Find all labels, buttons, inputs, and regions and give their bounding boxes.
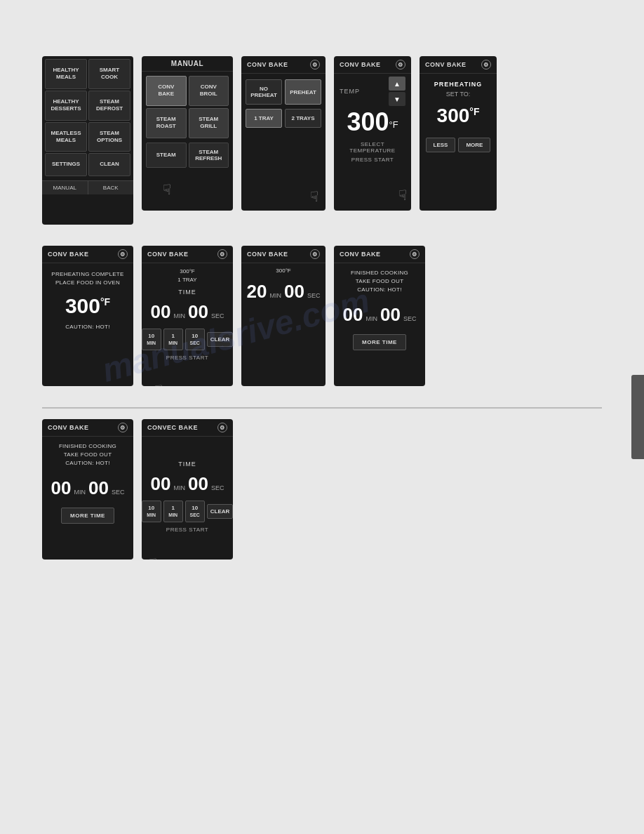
btn-convec-1-min[interactable]: 1MIN [163,501,183,522]
preheat-content: PREHEATING SET TO: 300°F LESS MORE [420,74,497,159]
btn-conv-bake[interactable]: CONVBAKE [146,76,187,106]
btn-convec-10-min[interactable]: 10MIN [142,501,161,522]
finished-2-sec-label: SEC [112,489,125,496]
btn-steam-grill[interactable]: STEAMGRILL [189,108,229,138]
settings-icon-3[interactable]: ⚙ [481,60,491,70]
btn-less[interactable]: LESS [426,138,456,152]
tray-options: NOPREHEAT PREHEAT 1 TRAY 2 TRAYS [241,74,326,133]
convec-spacer [142,437,233,458]
cooking-sec-label: SEC [307,292,321,299]
preheat-complete-status: PREHEATING COMPLETEPLACE FOOD IN OVEN [48,270,128,287]
press-start-1: PRESS START [142,353,233,365]
timer-header-title: CONV BAKE [147,251,189,258]
hand-icon-6: ☟ [55,558,63,560]
btn-meatless-meals[interactable]: MEATLESSMEALS [45,122,87,152]
btn-smart-cook[interactable]: SMARTCOOK [88,59,130,89]
hand-icon-5: ☟ [154,382,163,386]
settings-icon-2[interactable]: ⚙ [396,60,405,70]
preheat-complete-content: PREHEATING COMPLETEPLACE FOOD IN OVEN 30… [42,263,133,337]
btn-steam-options[interactable]: STEAMOPTIONS [88,122,130,152]
settings-icon-8[interactable]: ⚙ [118,423,128,432]
temp-status-1: SELECT [337,141,408,147]
hand-icon-1: ☟ [55,223,63,225]
conv-bake-tray-header: CONV BAKE ⚙ [241,56,326,74]
preheat-set-to: SET TO: [425,91,491,98]
finished-1-title: CONV BAKE [340,251,381,258]
btn-no-preheat[interactable]: NOPREHEAT [246,79,282,105]
manual-grid: CONVBAKE CONVBROIL STEAMROAST STEAMGRILL [142,72,233,143]
settings-icon-7[interactable]: ⚙ [410,249,420,259]
btn-healthy-desserts[interactable]: HEALTHYDESSERTS [45,91,87,121]
finished-2-status: FINISHED COOKINGTAKE FOOD OUTCAUTION: HO… [45,442,130,468]
temp-unit: °F [389,119,398,130]
temp-value-display: 300°F [334,106,411,138]
manual-title: MANUAL [171,60,203,67]
btn-back[interactable]: BACK [88,181,134,194]
preheat-complete-header: CONV BAKE ⚙ [42,246,133,263]
btn-temp-up[interactable]: ▲ [389,77,405,91]
cooking-timer: 20MIN 00SEC [241,275,326,308]
cooking-info: 300°F [241,263,326,275]
btn-healthy-meals[interactable]: HEALTHYMEALS [45,59,87,89]
settings-icon-6[interactable]: ⚙ [310,249,320,259]
btn-preheat[interactable]: PREHEAT [285,79,321,105]
btn-10-min[interactable]: 10MIN [142,329,161,350]
convec-timer-display: 00MIN 00SEC [142,470,233,498]
finished-1-header: CONV BAKE ⚙ [334,246,425,263]
btn-steam[interactable]: STEAM [146,143,187,168]
panel-temp-select: CONV BAKE ⚙ TEMP ▲ ▼ 300°F SELECT TEMPER… [334,56,411,211]
finished-2-content: FINISHED COOKINGTAKE FOOD OUTCAUTION: HO… [42,437,133,532]
btn-2-trays[interactable]: 2 TRAYS [285,109,321,128]
timer-sec-label: SEC [211,312,224,319]
panel-cooking: CONV BAKE ⚙ 300°F 20MIN 00SEC [241,246,326,386]
temp-status-3: PRESS START [337,157,408,163]
btn-convec-10-sec[interactable]: 10SEC [185,501,205,522]
right-sidebar-tab [631,375,644,459]
btn-clear-1[interactable]: CLEAR [207,332,233,347]
press-start-2: PRESS START [142,525,233,537]
panel-manual: MANUAL CONVBAKE CONVBROIL STEAMROAST STE… [142,56,233,211]
temp-status-2: TEMPERATURE [337,147,408,154]
btn-1-tray[interactable]: 1 TRAY [246,109,282,128]
conv-bake-temp-title: CONV BAKE [340,61,381,68]
btn-steam-defrost[interactable]: STEAMDEFROST [88,91,130,121]
convec-bake-header: CONVEC BAKE ⚙ [142,419,233,437]
cooking-title: CONV BAKE [247,251,288,258]
hand-icon-7: ☟ [149,555,157,560]
panel-finished-1: CONV BAKE ⚙ FINISHED COOKINGTAKE FOOD OU… [334,246,425,386]
settings-icon-1[interactable]: ⚙ [310,60,320,70]
row-2: CONV BAKE ⚙ PREHEATING COMPLETEPLACE FOO… [42,246,602,386]
btn-more-time-2[interactable]: MORE TIME [61,508,114,524]
btn-manual[interactable]: MANUAL [42,181,88,194]
finished-1-status: FINISHED COOKINGTAKE FOOD OUTCAUTION: HO… [337,269,422,294]
btn-1-min[interactable]: 1MIN [163,329,183,350]
convec-min-label: MIN [173,484,185,491]
preheat-complete-title: CONV BAKE [48,251,89,258]
panel-finished-2: CONV BAKE ⚙ FINISHED COOKINGTAKE FOOD OU… [42,419,133,560]
timer-display: 00MIN 00SEC [142,298,233,326]
settings-icon-4[interactable]: ⚙ [118,249,128,259]
btn-settings[interactable]: SETTINGS [45,153,87,176]
btn-steam-refresh[interactable]: STEAMREFRESH [189,143,229,168]
preheat-row: NOPREHEAT PREHEAT [246,79,321,105]
btn-clean[interactable]: CLEAN [88,153,130,176]
btn-10-sec[interactable]: 10SEC [185,329,205,350]
btn-more[interactable]: MORE [458,138,490,152]
finished-1-content: FINISHED COOKINGTAKE FOOD OUTCAUTION: HO… [334,263,425,359]
finished-2-header: CONV BAKE ⚙ [42,419,133,437]
settings-icon-9[interactable]: ⚙ [217,423,227,432]
btn-clear-2[interactable]: CLEAR [207,504,233,519]
btn-more-time-1[interactable]: MORE TIME [353,334,406,350]
timer-label: TIME [142,286,233,298]
btn-steam-roast[interactable]: STEAMROAST [146,108,187,138]
preheat-temp-value: 300°F [425,105,491,127]
btn-temp-down[interactable]: ▼ [389,92,405,106]
cooking-min-val: 20 [247,281,267,303]
settings-icon-5[interactable]: ⚙ [217,249,227,259]
menu-footer: MANUAL BACK [42,180,133,194]
main-menu-grid: HEALTHYMEALS SMARTCOOK HEALTHYDESSERTS S… [42,56,133,179]
panel-convec-bake-timer: CONVEC BAKE ⚙ TIME 00MIN 00SEC 10MIN 1MI… [142,419,233,560]
tray-select-row: 1 TRAY 2 TRAYS [246,109,321,128]
btn-conv-broil[interactable]: CONVBROIL [189,76,229,106]
preheat-complete-temp: 300°F [48,294,128,318]
